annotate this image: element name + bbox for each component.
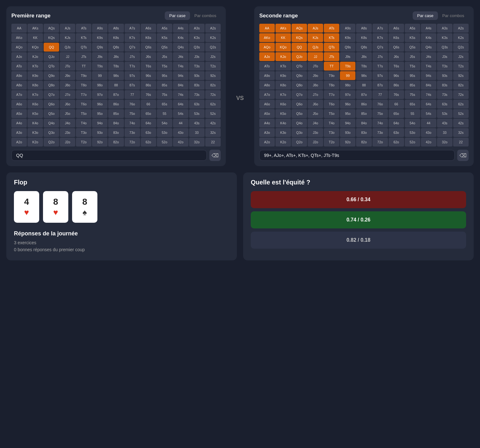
flop-card-2[interactable]: 8♠	[72, 191, 97, 223]
range2-cell[interactable]: 86o	[356, 100, 372, 109]
range1-cell[interactable]: K5o	[28, 109, 43, 118]
range2-cell[interactable]: T4o	[324, 119, 339, 128]
range2-cell[interactable]: A9s	[340, 24, 355, 33]
range1-cell[interactable]: 43s	[189, 119, 205, 128]
range2-cell[interactable]: AKs	[275, 24, 291, 33]
range2-cell[interactable]: AA	[259, 24, 275, 33]
range2-cell[interactable]: 62s	[453, 100, 469, 109]
range2-cell[interactable]: 82s	[453, 81, 469, 90]
range1-cell[interactable]: A4o	[11, 119, 27, 128]
range1-cell[interactable]: A3s	[189, 24, 205, 33]
range1-cell[interactable]: 74s	[173, 90, 188, 99]
range1-cell[interactable]: 44	[173, 119, 188, 128]
range1-cell[interactable]: 22	[205, 138, 221, 146]
range2-cell[interactable]: 52s	[453, 109, 469, 118]
range2-cell[interactable]: 52o	[405, 138, 420, 146]
range2-cell[interactable]: 87s	[372, 81, 388, 90]
range1-cell[interactable]: K8s	[108, 33, 124, 42]
range1-cell[interactable]: Q8s	[108, 43, 124, 52]
range2-cell[interactable]: 65s	[405, 100, 420, 109]
range1-cell[interactable]: A5o	[11, 109, 27, 118]
range2-cell[interactable]: KTo	[275, 62, 291, 71]
range1-cell[interactable]: K3o	[28, 128, 43, 137]
range2-cell[interactable]: T3o	[324, 128, 339, 137]
range2-cell[interactable]: A9o	[259, 71, 275, 80]
range2-cell[interactable]: A3o	[259, 128, 275, 137]
range1-cell[interactable]: J8o	[60, 81, 75, 90]
range2-tab-combos[interactable]: Par combos	[438, 11, 469, 20]
range2-cell[interactable]: KQs	[292, 33, 307, 42]
range2-cell[interactable]: 63o	[389, 128, 404, 137]
range1-cell[interactable]: QTs	[76, 43, 91, 52]
range1-cell[interactable]: 86o	[108, 100, 124, 109]
range2-cell[interactable]: 95s	[405, 71, 420, 80]
range1-cell[interactable]: KJo	[28, 52, 43, 61]
range1-cell[interactable]: Q4s	[173, 43, 188, 52]
range1-cell[interactable]: AQo	[11, 43, 27, 52]
range2-cell[interactable]: 98o	[340, 81, 355, 90]
range2-cell[interactable]: T9o	[324, 71, 339, 80]
range2-cell[interactable]: T5s	[405, 62, 420, 71]
equity-option-0[interactable]: 0.66 / 0.34	[251, 191, 466, 208]
range1-cell[interactable]: K7s	[125, 33, 140, 42]
flop-card-1[interactable]: 8♥	[43, 191, 68, 223]
range1-cell[interactable]: K5s	[157, 33, 172, 42]
range2-cell[interactable]: 76o	[372, 100, 388, 109]
range1-cell[interactable]: 75o	[125, 109, 140, 118]
range2-cell[interactable]: 42s	[453, 119, 469, 128]
range2-cell[interactable]: A7o	[259, 90, 275, 99]
range1-cell[interactable]: J5o	[60, 109, 75, 118]
range2-cell[interactable]: TT	[324, 62, 339, 71]
range1-cell[interactable]: 53o	[157, 128, 172, 137]
range2-cell[interactable]: J9o	[308, 71, 323, 80]
range2-cell[interactable]: T2o	[324, 138, 339, 146]
range1-cell[interactable]: T2o	[76, 138, 91, 146]
range1-cell[interactable]: 99	[92, 71, 108, 80]
equity-option-2[interactable]: 0.82 / 0.18	[251, 232, 466, 249]
range2-cell[interactable]: 73s	[437, 90, 452, 99]
range2-cell[interactable]: 74s	[421, 90, 436, 99]
range1-cell[interactable]: QJs	[60, 43, 75, 52]
range2-cell[interactable]: 53s	[437, 109, 452, 118]
range1-cell[interactable]: T9s	[92, 62, 108, 71]
range1-cell[interactable]: 96o	[92, 100, 108, 109]
range2-cell[interactable]: J6o	[308, 100, 323, 109]
range2-cell[interactable]: 88	[356, 81, 372, 90]
range2-cell[interactable]: 87o	[356, 90, 372, 99]
range1-cell[interactable]: K6s	[141, 33, 156, 42]
range1-cell[interactable]: 62s	[205, 100, 221, 109]
range2-cell[interactable]: 85o	[356, 109, 372, 118]
range2-cell[interactable]: K6s	[389, 33, 404, 42]
range1-cell[interactable]: 52o	[157, 138, 172, 146]
range2-cell[interactable]: 82o	[356, 138, 372, 146]
range1-cell[interactable]: J6s	[141, 52, 156, 61]
range1-cell[interactable]: A7o	[11, 90, 27, 99]
range2-cell[interactable]: AJo	[259, 52, 275, 61]
range2-cell[interactable]: 83o	[356, 128, 372, 137]
range1-cell[interactable]: A5s	[157, 24, 172, 33]
range1-cell[interactable]: T2s	[205, 62, 221, 71]
range1-cell[interactable]: T7s	[125, 62, 140, 71]
range1-cell[interactable]: J8s	[108, 52, 124, 61]
range2-cell[interactable]: 98s	[356, 71, 372, 80]
range1-cell[interactable]: T6s	[141, 62, 156, 71]
range1-cell[interactable]: K9o	[28, 71, 43, 80]
range2-cell[interactable]: K7s	[372, 33, 388, 42]
range2-cell[interactable]: 44	[421, 119, 436, 128]
range2-cell[interactable]: J8s	[356, 52, 372, 61]
range1-cell[interactable]: 77	[125, 90, 140, 99]
range2-cell[interactable]: 99	[340, 71, 355, 80]
range1-cell[interactable]: ATo	[11, 62, 27, 71]
range1-cell[interactable]: 72s	[205, 90, 221, 99]
range2-cell[interactable]: A5s	[405, 24, 420, 33]
range1-cell[interactable]: T7o	[76, 90, 91, 99]
range1-cell[interactable]: 88	[108, 81, 124, 90]
range1-cell[interactable]: 94o	[92, 119, 108, 128]
range1-cell[interactable]: K2o	[28, 138, 43, 146]
range2-cell[interactable]: 66	[389, 100, 404, 109]
range2-cell[interactable]: Q7s	[372, 43, 388, 52]
range2-cell[interactable]: T6s	[389, 62, 404, 71]
range1-cell[interactable]: 98o	[92, 81, 108, 90]
range1-cell[interactable]: 42o	[173, 138, 188, 146]
range1-cell[interactable]: 94s	[173, 71, 188, 80]
